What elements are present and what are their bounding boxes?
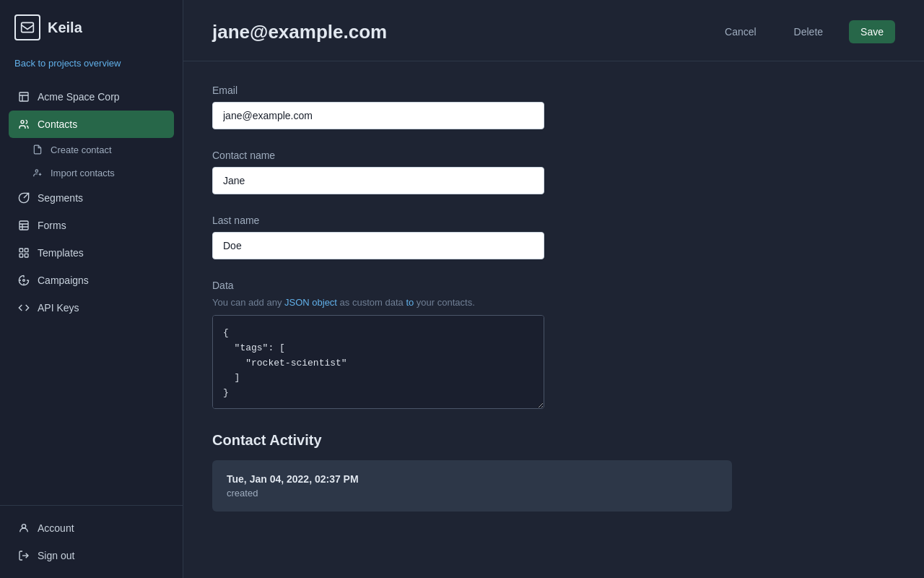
sign-out-label: Sign out <box>38 550 74 561</box>
data-label: Data <box>212 280 732 291</box>
sidebar-item-contacts[interactable]: Contacts <box>9 111 174 138</box>
activity-card: Tue, Jan 04, 2022, 02:37 PM created <box>212 460 732 512</box>
back-to-projects-link[interactable]: Back to projects overview <box>0 52 183 80</box>
svg-rect-8 <box>25 249 28 252</box>
save-button[interactable]: Save <box>849 20 895 43</box>
forms-label: Forms <box>38 220 66 231</box>
last-name-label: Last name <box>212 215 732 226</box>
project-name: Acme Space Corp <box>38 91 120 103</box>
email-label: Email <box>212 85 732 96</box>
svg-point-12 <box>22 525 25 528</box>
activity-date: Tue, Jan 04, 2022, 02:37 PM <box>227 473 718 485</box>
sidebar-item-project[interactable]: Acme Space Corp <box>9 83 174 111</box>
building-icon <box>17 90 30 103</box>
page-title: jane@example.com <box>212 21 699 43</box>
api-keys-label: API Keys <box>38 302 79 314</box>
app-logo[interactable]: Keila <box>0 0 183 52</box>
svg-point-2 <box>21 121 24 124</box>
sidebar-bottom: Account Sign out <box>0 505 183 578</box>
email-field[interactable] <box>212 102 544 129</box>
svg-rect-0 <box>22 22 34 32</box>
last-name-field[interactable] <box>212 232 544 259</box>
api-keys-icon <box>17 301 30 314</box>
main-content: jane@example.com Cancel Delete Save Emai… <box>183 0 924 578</box>
segments-icon <box>17 191 30 204</box>
person-add-icon <box>32 167 43 178</box>
campaigns-icon <box>17 274 30 287</box>
templates-label: Templates <box>38 247 84 259</box>
sidebar-item-sign-out[interactable]: Sign out <box>9 542 174 569</box>
campaigns-label: Campaigns <box>38 275 89 286</box>
activity-action: created <box>227 488 718 499</box>
json-link[interactable]: JSON object <box>284 297 337 308</box>
person-icon <box>17 522 30 535</box>
svg-rect-9 <box>19 254 23 257</box>
sidebar-item-api-keys[interactable]: API Keys <box>9 294 174 322</box>
sidebar-item-templates[interactable]: Templates <box>9 239 174 267</box>
sign-out-icon <box>17 549 30 562</box>
svg-point-11 <box>23 280 25 282</box>
logo-icon <box>14 14 40 40</box>
svg-rect-10 <box>25 254 28 257</box>
page-header: jane@example.com Cancel Delete Save <box>183 0 924 61</box>
segments-label: Segments <box>38 192 83 204</box>
to-link[interactable]: to <box>406 297 414 308</box>
file-icon <box>32 144 43 155</box>
account-label: Account <box>38 522 74 534</box>
cancel-button[interactable]: Cancel <box>713 20 768 43</box>
svg-rect-6 <box>19 221 28 230</box>
svg-rect-1 <box>19 92 28 101</box>
delete-button[interactable]: Delete <box>783 20 834 43</box>
data-group: Data You can add any JSON object as cust… <box>212 280 732 412</box>
sidebar-item-segments[interactable]: Segments <box>9 184 174 212</box>
sidebar-item-forms[interactable]: Forms <box>9 212 174 239</box>
contact-name-field[interactable] <box>212 167 544 194</box>
contacts-icon <box>17 118 30 131</box>
sidebar-item-import-contacts[interactable]: Import contacts <box>9 161 174 184</box>
data-description: You can add any JSON object as custom da… <box>212 297 732 308</box>
svg-point-3 <box>35 170 38 173</box>
app-name: Keila <box>48 20 82 36</box>
sidebar-item-account[interactable]: Account <box>9 514 174 542</box>
contact-form: Email Contact name Last name Data You ca… <box>183 61 761 535</box>
contact-name-group: Contact name <box>212 150 732 194</box>
sidebar-contacts-label: Contacts <box>38 118 77 130</box>
contact-name-label: Contact name <box>212 150 732 161</box>
email-group: Email <box>212 85 732 129</box>
templates-icon <box>17 246 30 259</box>
import-contacts-label: Import contacts <box>51 168 115 178</box>
sidebar-project-section: Acme Space Corp Contacts C <box>0 80 183 324</box>
last-name-group: Last name <box>212 215 732 259</box>
sidebar: Keila Back to projects overview Acme Spa… <box>0 0 183 578</box>
activity-section-title: Contact Activity <box>212 432 732 449</box>
svg-rect-7 <box>19 249 23 252</box>
forms-icon <box>17 219 30 232</box>
sidebar-item-create-contact[interactable]: Create contact <box>9 138 174 161</box>
activity-section: Contact Activity Tue, Jan 04, 2022, 02:3… <box>212 432 732 512</box>
sidebar-item-campaigns[interactable]: Campaigns <box>9 267 174 294</box>
create-contact-label: Create contact <box>51 144 112 155</box>
data-json-textarea[interactable] <box>212 315 544 409</box>
